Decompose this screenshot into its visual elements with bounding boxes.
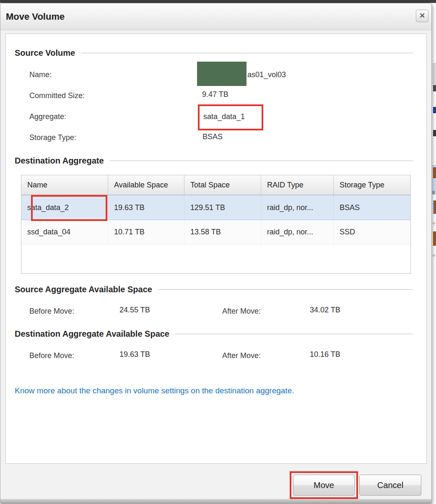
cell-total-space: 13.58 TB — [184, 220, 261, 244]
background-page-fragment — [433, 63, 436, 87]
cell-raid-type: raid_dp, nor... — [261, 195, 334, 220]
cell-name: ssd_data_04 — [21, 220, 108, 244]
background-page-fragment — [433, 167, 436, 178]
storage-type-value: BSAS — [202, 132, 223, 141]
committed-size-value: 9.47 TB — [202, 90, 228, 99]
name-value: as01_vol03 — [247, 70, 286, 79]
source-volume-heading: Source Volume — [15, 47, 413, 59]
column-header-total-space[interactable]: Total Space — [184, 175, 261, 195]
cell-raid-type: raid_dp, nor... — [261, 220, 334, 244]
cell-total-space: 129.51 TB — [184, 195, 261, 220]
destination-aggregate-table: Name Available Space Total Space RAID Ty… — [21, 175, 411, 274]
annotation-box-source-aggregate — [198, 104, 263, 130]
background-page-fragment — [433, 200, 436, 214]
committed-size-label: Committed Size: — [29, 91, 85, 100]
page-top-edge — [0, 0, 436, 3]
page: Move Volume ✕ Source Volume Name: as01_v… — [0, 0, 436, 504]
close-button[interactable]: ✕ — [416, 10, 428, 22]
section-rule — [175, 334, 413, 334]
section-rule — [81, 53, 413, 53]
table-row-ssd-data-04[interactable]: ssd_data_04 10.71 TB 13.58 TB raid_dp, n… — [21, 220, 410, 244]
column-header-name[interactable]: Name — [21, 175, 108, 195]
source-volume-heading-label: Source Volume — [15, 48, 75, 58]
destination-aggregate-space-heading-label: Destination Aggregate Available Space — [15, 329, 169, 339]
dialog-content-panel: Source Volume Name: as01_vol03 Committed… — [5, 34, 427, 464]
source-aggregate-space-heading: Source Aggregate Available Space — [15, 283, 413, 295]
destination-aggregate-space-heading: Destination Aggregate Available Space — [15, 328, 413, 340]
background-page-fragment — [433, 255, 435, 257]
background-page-fragment — [432, 191, 435, 194]
dialog-title-bar: Move Volume ✕ — [0, 3, 431, 30]
cancel-button[interactable]: Cancel — [359, 475, 421, 496]
destination-after-move-label: After Move: — [222, 351, 261, 360]
aggregate-label: Aggregate: — [29, 112, 66, 121]
source-after-move-value: 34.02 TB — [310, 306, 340, 314]
know-more-link[interactable]: Know more about the changes in volume se… — [15, 386, 294, 395]
background-page-fragment — [433, 130, 436, 136]
source-aggregate-space-heading-label: Source Aggregate Available Space — [15, 285, 152, 294]
table-header-row: Name Available Space Total Space RAID Ty… — [21, 175, 410, 195]
background-page-fragment — [433, 107, 436, 113]
destination-after-move-value: 10.16 TB — [310, 350, 340, 359]
destination-before-move-value: 19.63 TB — [119, 350, 150, 359]
column-header-storage-type[interactable]: Storage Type — [334, 175, 410, 195]
close-icon: ✕ — [419, 12, 425, 20]
background-page-fragment — [433, 222, 435, 224]
source-before-move-label: Before Move: — [29, 307, 74, 316]
storage-type-label: Storage Type: — [29, 133, 76, 142]
column-header-raid-type[interactable]: RAID Type — [261, 175, 334, 195]
name-label: Name: — [29, 70, 52, 79]
source-before-move-value: 24.55 TB — [119, 306, 150, 314]
annotation-box-move-button — [290, 471, 358, 499]
move-volume-dialog: Move Volume ✕ Source Volume Name: as01_v… — [0, 3, 432, 504]
section-rule — [110, 161, 413, 161]
cell-available-space: 10.71 TB — [108, 220, 184, 244]
dialog-title: Move Volume — [6, 11, 65, 22]
source-after-move-label: After Move: — [222, 307, 261, 316]
redaction-box — [197, 62, 247, 86]
section-rule — [158, 289, 413, 290]
destination-aggregate-heading: Destination Aggregate — [15, 155, 413, 166]
annotation-box-destination-row — [31, 195, 107, 221]
destination-aggregate-heading-label: Destination Aggregate — [15, 156, 104, 166]
background-page-fragment — [433, 85, 436, 91]
dialog-bottom-edge — [0, 499, 431, 504]
cell-storage-type: BSAS — [334, 195, 410, 220]
destination-before-move-label: Before Move: — [29, 351, 74, 360]
column-header-available-space[interactable]: Available Space — [108, 175, 184, 195]
cell-available-space: 19.63 TB — [108, 195, 184, 220]
cell-storage-type: SSD — [334, 220, 410, 244]
background-page-fragment — [433, 231, 436, 246]
